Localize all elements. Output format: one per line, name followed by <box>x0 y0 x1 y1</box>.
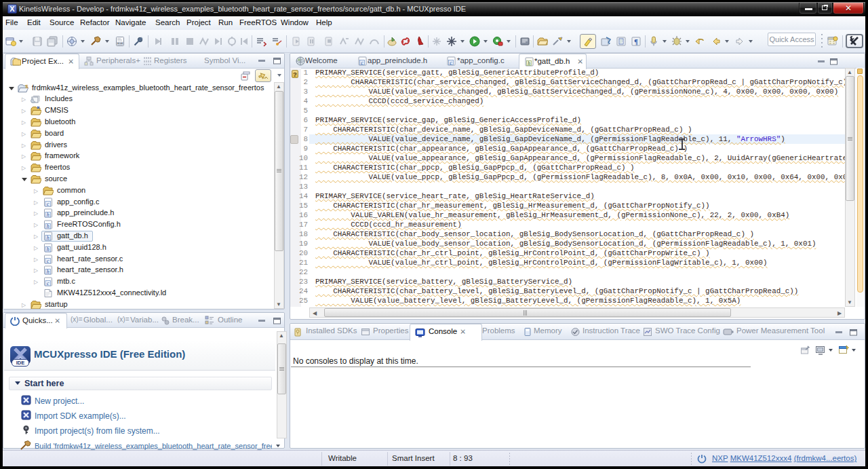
svg-text:S: S <box>25 84 28 90</box>
svg-text:¶: ¶ <box>634 37 638 45</box>
svg-text:h: h <box>528 60 530 67</box>
svg-text:h: h <box>47 269 50 275</box>
svg-text:010: 010 <box>117 41 123 45</box>
svg-text:h: h <box>47 212 50 218</box>
svg-text:c: c <box>47 201 50 207</box>
svg-text:c: c <box>47 280 50 286</box>
svg-text:c: c <box>47 258 50 264</box>
svg-text:h: h <box>47 235 50 241</box>
svg-text:h: h <box>47 223 50 229</box>
svg-text:h: h <box>47 246 50 252</box>
